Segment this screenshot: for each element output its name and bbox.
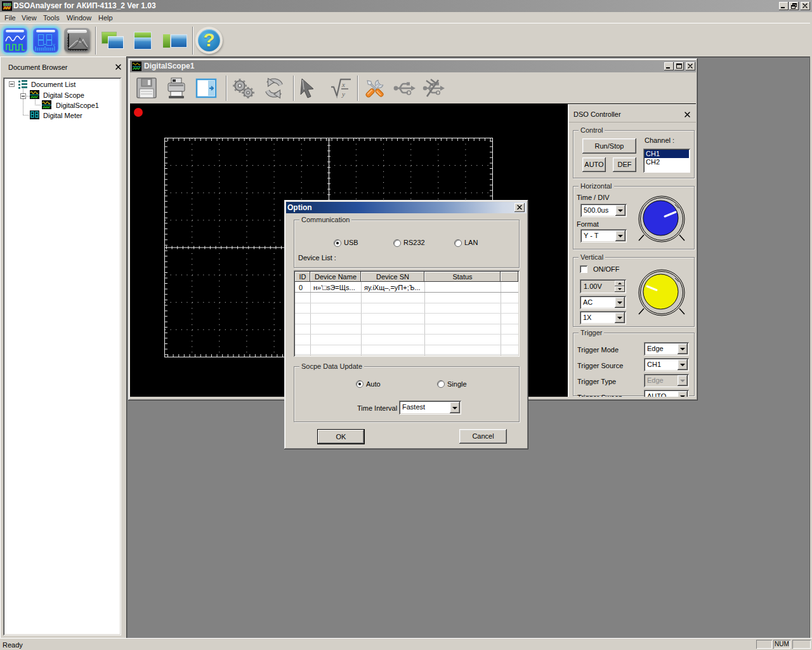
svg-text:x: x — [341, 81, 345, 88]
svg-text:y: y — [341, 90, 345, 98]
